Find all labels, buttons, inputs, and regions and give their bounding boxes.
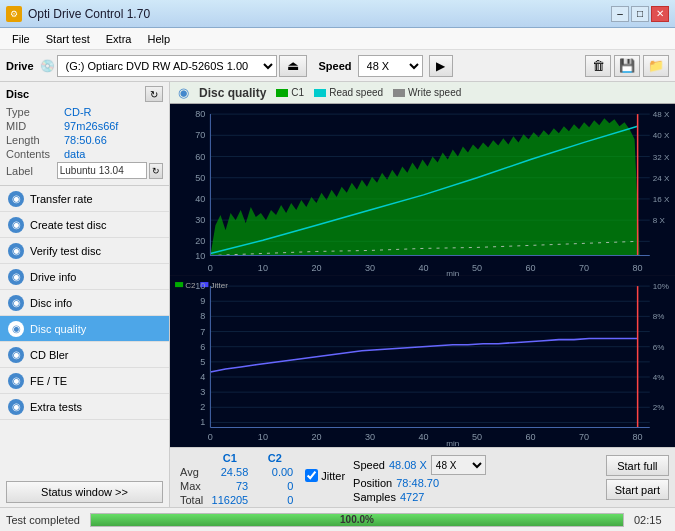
menu-file[interactable]: File <box>4 31 38 47</box>
legend-write-speed: Write speed <box>393 87 461 98</box>
chart-header: ◉ Disc quality C1 Read speed Write speed <box>170 82 675 104</box>
progress-text: 100.0% <box>91 514 623 526</box>
svg-text:40 X: 40 X <box>653 131 670 140</box>
sidebar-item-verify-test-disc[interactable]: ◉ Verify test disc <box>0 238 169 264</box>
total-c2: 0 <box>252 493 297 507</box>
progress-bar-container: 100.0% <box>90 513 624 527</box>
svg-text:0: 0 <box>208 263 213 273</box>
charts-container: 80 70 60 50 40 30 20 10 48 X 40 X 32 X 2… <box>170 104 675 447</box>
cd-bler-icon: ◉ <box>8 347 24 363</box>
samples-label: Samples <box>353 491 396 503</box>
sidebar-item-create-test-disc[interactable]: ◉ Create test disc <box>0 212 169 238</box>
disc-quality-icon: ◉ <box>8 321 24 337</box>
create-test-disc-icon: ◉ <box>8 217 24 233</box>
close-button[interactable]: ✕ <box>651 6 669 22</box>
extra-tests-icon: ◉ <box>8 399 24 415</box>
speed-stat-label: Speed <box>353 459 385 471</box>
avg-c1: 24.58 <box>207 465 252 479</box>
status-window-button[interactable]: Status window >> <box>6 481 163 503</box>
sidebar-item-label: FE / TE <box>30 375 67 387</box>
disc-type-label: Type <box>6 106 64 118</box>
eject-button[interactable]: ⏏ <box>279 55 307 77</box>
svg-text:10%: 10% <box>653 282 669 291</box>
svg-text:9: 9 <box>200 296 205 306</box>
disc-type-row: Type CD-R <box>6 106 163 118</box>
sidebar-item-drive-info[interactable]: ◉ Drive info <box>0 264 169 290</box>
speed-select[interactable]: 48 X <box>358 55 423 77</box>
avg-label: Avg <box>176 465 207 479</box>
menu-help[interactable]: Help <box>139 31 178 47</box>
sidebar-item-fe-te[interactable]: ◉ FE / TE <box>0 368 169 394</box>
sidebar-item-label: Create test disc <box>30 219 106 231</box>
sidebar-item-disc-quality[interactable]: ◉ Disc quality <box>0 316 169 342</box>
sidebar-item-label: Transfer rate <box>30 193 93 205</box>
sidebar-item-disc-info[interactable]: ◉ Disc info <box>0 290 169 316</box>
sidebar-item-cd-bler[interactable]: ◉ CD Bler <box>0 342 169 368</box>
disc-label-input[interactable] <box>57 162 147 179</box>
svg-text:20: 20 <box>311 431 321 441</box>
svg-text:6%: 6% <box>653 342 665 351</box>
disc-label-refresh-button[interactable]: ↻ <box>149 163 163 179</box>
svg-text:16 X: 16 X <box>653 195 670 204</box>
chart-title: Disc quality <box>199 86 266 100</box>
disc-panel-title: Disc <box>6 88 29 100</box>
window-title: Opti Drive Control 1.70 <box>28 7 150 21</box>
svg-text:min: min <box>446 269 459 276</box>
svg-text:32 X: 32 X <box>653 153 670 162</box>
disc-length-row: Length 78:50.66 <box>6 134 163 146</box>
toolbar-icons: 🗑 💾 📁 <box>585 55 669 77</box>
save-button[interactable]: 📁 <box>643 55 669 77</box>
speed-arrow-button[interactable]: ▶ <box>429 55 453 77</box>
sidebar-item-label: Extra tests <box>30 401 82 413</box>
sidebar-item-transfer-rate[interactable]: ◉ Transfer rate <box>0 186 169 212</box>
start-part-button[interactable]: Start part <box>606 479 669 500</box>
speed-label: Speed <box>319 60 352 72</box>
drive-select[interactable]: (G:) Optiarc DVD RW AD-5260S 1.00 <box>57 55 277 77</box>
svg-text:70: 70 <box>579 431 589 441</box>
maximize-button[interactable]: □ <box>631 6 649 22</box>
svg-text:7: 7 <box>200 326 205 336</box>
svg-text:10: 10 <box>195 281 205 291</box>
svg-text:4%: 4% <box>653 373 665 382</box>
disc-type-value: CD-R <box>64 106 92 118</box>
legend-read-speed: Read speed <box>314 87 383 98</box>
svg-text:0: 0 <box>208 431 213 441</box>
svg-text:20: 20 <box>195 236 205 246</box>
svg-text:3: 3 <box>200 387 205 397</box>
disc-refresh-button[interactable]: ↻ <box>145 86 163 102</box>
menubar: File Start test Extra Help <box>0 28 675 50</box>
fe-te-icon: ◉ <box>8 373 24 389</box>
sidebar-item-label: Drive info <box>30 271 76 283</box>
svg-text:60: 60 <box>526 263 536 273</box>
burn-button[interactable]: 💾 <box>614 55 640 77</box>
svg-text:80: 80 <box>195 109 205 119</box>
svg-text:70: 70 <box>195 130 205 140</box>
minimize-button[interactable]: – <box>611 6 629 22</box>
svg-text:4: 4 <box>200 372 205 382</box>
avg-c2: 0.00 <box>252 465 297 479</box>
sidebar-item-extra-tests[interactable]: ◉ Extra tests <box>0 394 169 420</box>
app-icon: ⚙ <box>6 6 22 22</box>
disc-contents-row: Contents data <box>6 148 163 160</box>
menu-start-test[interactable]: Start test <box>38 31 98 47</box>
svg-text:30: 30 <box>365 263 375 273</box>
svg-text:50: 50 <box>195 173 205 183</box>
disc-contents-value: data <box>64 148 85 160</box>
menu-extra[interactable]: Extra <box>98 31 140 47</box>
svg-text:10: 10 <box>258 431 268 441</box>
svg-text:8 X: 8 X <box>653 216 666 225</box>
speed-stat-select[interactable]: 48 X <box>431 455 486 475</box>
position-label: Position <box>353 477 392 489</box>
erase-button[interactable]: 🗑 <box>585 55 611 77</box>
svg-text:40: 40 <box>195 194 205 204</box>
sidebar-menu: ◉ Transfer rate ◉ Create test disc ◉ Ver… <box>0 186 169 477</box>
stats-bar: C1 C2 Avg 24.58 0.00 Max 73 0 Total 1162… <box>170 447 675 507</box>
status-text: Test completed <box>6 514 80 526</box>
titlebar: ⚙ Opti Drive Control 1.70 – □ ✕ <box>0 0 675 28</box>
jitter-label: Jitter <box>321 470 345 482</box>
disc-length-value: 78:50.66 <box>64 134 107 146</box>
start-full-button[interactable]: Start full <box>606 455 669 476</box>
jitter-checkbox[interactable] <box>305 469 318 482</box>
top-chart: 80 70 60 50 40 30 20 10 48 X 40 X 32 X 2… <box>170 104 675 276</box>
time-display: 02:15 <box>634 514 669 526</box>
